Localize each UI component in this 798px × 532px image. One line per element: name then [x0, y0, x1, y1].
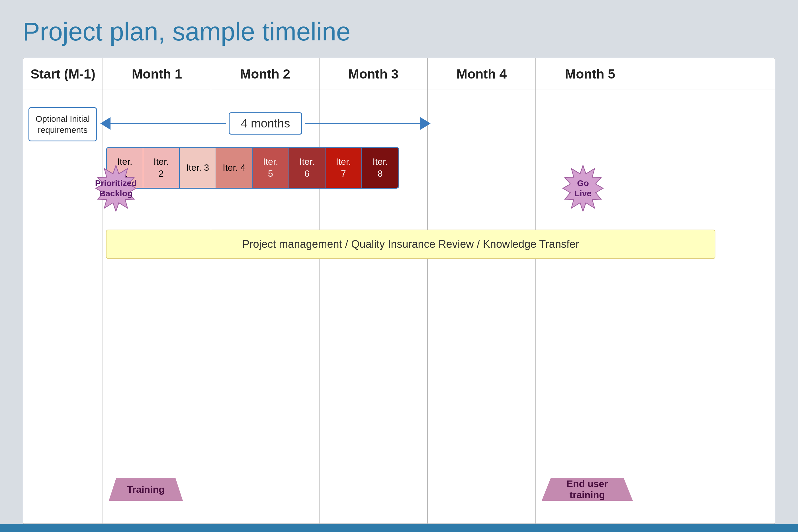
arrow-line-right — [305, 123, 420, 124]
floating-content: Optional Initial requirements 4 months I… — [23, 90, 775, 524]
bottom-bar — [0, 524, 798, 532]
arrow-left-head — [100, 117, 110, 130]
iter-5: Iter.5 — [253, 148, 289, 188]
content-area: Start (M-1) Month 1 Month 2 Month 3 Mont… — [0, 58, 798, 524]
end-user-training-trapezoid: End usertraining — [542, 478, 633, 501]
col-header-3: Month 3 — [320, 58, 428, 90]
optional-requirements-box: Optional Initial requirements — [29, 107, 97, 141]
iter-6: Iter.6 — [289, 148, 326, 188]
months-arrow: 4 months — [100, 112, 431, 135]
training-trapezoid: Training — [109, 478, 183, 501]
end-user-training-label-shape: End usertraining — [542, 478, 633, 501]
page-title: Project plan, sample timeline — [0, 0, 798, 58]
iter-2: Iter.2 — [143, 148, 180, 188]
body-area: Optional Initial requirements 4 months I… — [23, 90, 775, 524]
col-header-2: Month 2 — [211, 58, 320, 90]
pm-bar: Project management / Quality Insurance R… — [106, 230, 715, 259]
col-header-4: Month 4 — [428, 58, 536, 90]
months-label: 4 months — [229, 112, 303, 135]
iter-3: Iter. 3 — [180, 148, 216, 188]
header-row: Start (M-1) Month 1 Month 2 Month 3 Mont… — [23, 58, 775, 90]
iter-7: Iter.7 — [326, 148, 362, 188]
col-header-5: Month 5 — [536, 58, 644, 90]
prioritized-backlog-label: PrioritizedBacklog — [95, 178, 137, 198]
col-header-0: Start (M-1) — [23, 58, 103, 90]
arrow-line-left — [110, 123, 226, 124]
training-label-shape: Training — [109, 478, 183, 501]
prioritized-backlog-badge: PrioritizedBacklog — [92, 164, 140, 212]
col-header-1: Month 1 — [103, 58, 211, 90]
iterations-row: Iter.1 Iter.2 Iter. 3 Iter. 4 Iter.5 Ite… — [106, 147, 399, 189]
timeline-wrapper: Start (M-1) Month 1 Month 2 Month 3 Mont… — [23, 58, 775, 524]
go-live-badge: GoLive — [559, 164, 607, 212]
arrow-right-head — [420, 117, 431, 130]
iter-8: Iter.8 — [362, 148, 398, 188]
iter-4: Iter. 4 — [216, 148, 253, 188]
go-live-label: GoLive — [575, 178, 592, 198]
